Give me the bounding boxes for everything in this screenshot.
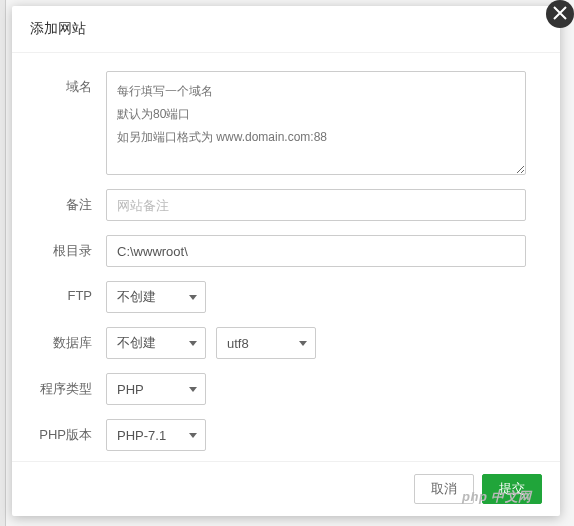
row-root: 根目录 [32,235,540,267]
root-input[interactable] [106,235,526,267]
row-database: 数据库 不创建 utf8 [32,327,540,359]
php-version-select[interactable]: PHP-7.1 [106,419,206,451]
domain-textarea[interactable] [106,71,526,175]
row-program-type: 程序类型 PHP [32,373,540,405]
ftp-select[interactable]: 不创建 [106,281,206,313]
charset-select[interactable]: utf8 [216,327,316,359]
charset-select-value: utf8 [227,336,249,351]
program-type-select[interactable]: PHP [106,373,206,405]
submit-button[interactable]: 提交 [482,474,542,504]
label-remark: 备注 [32,189,106,214]
program-type-value: PHP [117,382,144,397]
cancel-button[interactable]: 取消 [414,474,474,504]
label-program-type: 程序类型 [32,373,106,398]
dialog-header: 添加网站 [12,6,560,53]
dialog-body: 域名 备注 根目录 FTP 不创建 数据库 [12,53,560,461]
label-ftp: FTP [32,281,106,303]
label-database: 数据库 [32,327,106,352]
database-select[interactable]: 不创建 [106,327,206,359]
close-button[interactable] [546,0,574,28]
remark-input[interactable] [106,189,526,221]
database-select-value: 不创建 [117,334,156,352]
row-php-version: PHP版本 PHP-7.1 [32,419,540,451]
add-site-dialog: 添加网站 域名 备注 根目录 FTP 不创建 [12,6,560,516]
row-remark: 备注 [32,189,540,221]
page-backdrop [0,0,6,526]
ftp-select-value: 不创建 [117,288,156,306]
label-domain: 域名 [32,71,106,96]
dialog-footer: 取消 提交 [12,461,560,516]
label-root: 根目录 [32,235,106,260]
php-version-value: PHP-7.1 [117,428,166,443]
dialog-title: 添加网站 [30,20,86,36]
label-php-version: PHP版本 [32,419,106,444]
row-domain: 域名 [32,71,540,175]
row-ftp: FTP 不创建 [32,281,540,313]
close-icon [553,5,567,23]
